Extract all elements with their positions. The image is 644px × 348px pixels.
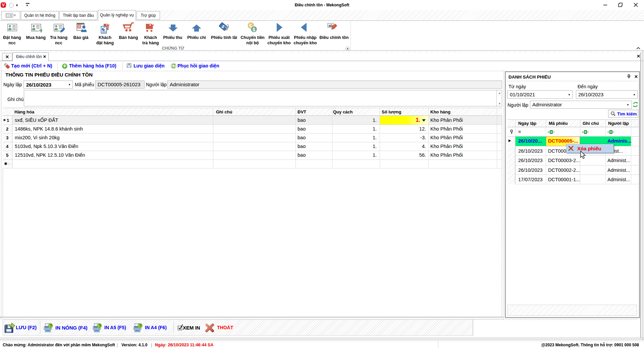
svg-text:$: $: [253, 27, 255, 32]
